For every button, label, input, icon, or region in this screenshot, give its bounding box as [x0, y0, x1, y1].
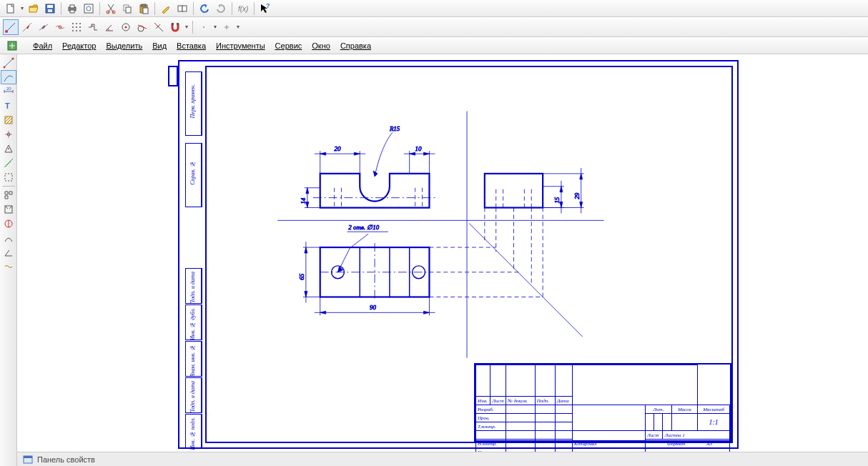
tb-data: Дата [556, 397, 573, 405]
menu-bar: Файл Редактор Выделить Вид Вставка Инстр… [0, 37, 868, 54]
margin-sprav: Справ. № [189, 161, 196, 185]
menu-help[interactable]: Справка [340, 41, 371, 50]
menu-view[interactable]: Вид [152, 41, 167, 50]
margin-podp-data2: Подп. и дата [189, 381, 196, 414]
svg-rect-3 [48, 9, 52, 12]
menu-tools[interactable]: Инструменты [216, 41, 265, 50]
copy-props-icon[interactable] [174, 1, 190, 16]
dim-10: 10 [415, 145, 422, 152]
help-cursor-icon[interactable]: ? [257, 1, 273, 16]
geom-line-icon[interactable] [1, 56, 16, 70]
panel-icon[interactable] [21, 454, 34, 465]
snap-tangent-icon[interactable] [134, 19, 150, 35]
snap-cfg1-dropdown-icon[interactable]: ▾ [212, 24, 218, 30]
snap-perp-icon[interactable] [151, 19, 167, 35]
app-icon[interactable] [4, 38, 20, 54]
svg-rect-14 [142, 4, 146, 6]
svg-point-26 [72, 26, 74, 28]
svg-point-29 [72, 30, 74, 31]
snap-cfg1-icon[interactable] [196, 19, 212, 35]
snap-mid-icon[interactable] [36, 19, 51, 35]
svg-rect-17 [182, 6, 187, 11]
print-icon[interactable] [64, 1, 80, 16]
svg-point-30 [76, 30, 77, 31]
redo-icon[interactable] [213, 1, 229, 16]
snap-dropdown-icon[interactable]: ▾ [184, 24, 189, 30]
drawing-canvas[interactable]: Перв. примен. Справ. № Подп. и дата Инв.… [17, 54, 868, 452]
hatch-icon[interactable] [1, 113, 16, 127]
svg-point-37 [203, 26, 204, 28]
menu-window[interactable]: Окно [312, 41, 330, 50]
snap-endpoint-icon[interactable] [3, 19, 19, 35]
svg-text:T: T [5, 101, 10, 110]
tb-prov: Пров. [476, 414, 506, 422]
margin-inv-podl: Инв. № подл. [189, 417, 196, 450]
select-icon[interactable] [1, 170, 16, 184]
snap-intersection-icon[interactable] [52, 19, 68, 35]
margin-podp-data: Подп. и дата [189, 272, 196, 304]
svg-line-51 [469, 223, 583, 337]
cut-icon[interactable] [103, 1, 119, 16]
menu-select[interactable]: Выделить [106, 41, 142, 50]
snap-grid-icon[interactable] [69, 19, 84, 35]
paste-icon[interactable] [136, 1, 152, 16]
view6-icon[interactable] [1, 259, 16, 274]
svg-rect-35 [172, 23, 174, 25]
undo-icon[interactable] [197, 1, 212, 16]
tb-format: Формат [667, 441, 685, 448]
properties-icon[interactable] [158, 1, 174, 16]
view4-icon[interactable] [1, 231, 16, 245]
save-icon[interactable] [42, 1, 58, 16]
fx-icon[interactable]: f(x) [235, 1, 251, 16]
snap-cfg2-icon[interactable] [219, 19, 235, 35]
tb-razrab: Разраб. [476, 405, 506, 414]
dim-90: 90 [370, 304, 376, 311]
preview-icon[interactable] [81, 1, 97, 16]
view2-icon[interactable] [1, 202, 16, 217]
copy-icon[interactable] [119, 1, 135, 16]
dim-holes: 2 отв. ∅10 [348, 224, 379, 231]
margin-vzam-inv: Взам. инв. № [189, 344, 196, 377]
view1-icon[interactable] [1, 188, 16, 202]
status-panel-label: Панель свойств [37, 455, 95, 464]
workspace: 20 T Перв. примен. Справ. № [0, 54, 868, 466]
param-icon[interactable] [1, 142, 16, 156]
svg-text:f(x): f(x) [238, 5, 248, 13]
edit-icon[interactable] [1, 127, 16, 142]
top-left-stub [168, 66, 178, 86]
view3-icon[interactable] [1, 217, 16, 231]
drawing-sheet: Перв. примен. Справ. № Подп. и дата Инв.… [178, 60, 739, 449]
dim-20: 20 [335, 145, 341, 152]
measure-icon[interactable] [1, 156, 16, 170]
svg-rect-7 [84, 4, 93, 13]
margin-perv-primen: Перв. примен. [189, 84, 196, 118]
menu-file[interactable]: Файл [33, 41, 52, 50]
new-icon[interactable] [3, 1, 19, 16]
snap-ortho-icon[interactable] [85, 19, 101, 35]
open-icon[interactable] [26, 1, 41, 16]
menu-service[interactable]: Сервис [275, 41, 302, 50]
dim-65: 65 [298, 273, 305, 279]
menu-insert[interactable]: Вставка [177, 41, 206, 50]
snap-nearest-icon[interactable] [19, 19, 35, 35]
tb-podp: Подп. [535, 397, 555, 405]
tb-list2: Лист [646, 431, 663, 440]
text-icon[interactable]: T [1, 99, 16, 113]
svg-point-40 [11, 58, 14, 60]
tb-masshtab: Масштаб [698, 405, 730, 414]
snap-cfg2-dropdown-icon[interactable]: ▾ [235, 24, 241, 30]
menu-editor[interactable]: Редактор [62, 41, 96, 50]
snap-magnet-icon[interactable] [167, 19, 183, 35]
dim-14: 14 [300, 197, 307, 204]
svg-rect-15 [143, 8, 148, 14]
svg-point-33 [125, 26, 127, 28]
view5-icon[interactable] [1, 245, 16, 259]
dim-icon[interactable]: 20 [1, 84, 16, 99]
svg-rect-2 [47, 5, 53, 8]
snap-angle-icon[interactable] [102, 19, 117, 35]
snap-center-icon[interactable] [118, 19, 134, 35]
geom-curve-icon[interactable] [1, 70, 16, 84]
svg-rect-66 [485, 174, 543, 208]
svg-rect-46 [5, 174, 12, 181]
new-dropdown-icon[interactable]: ▾ [19, 5, 25, 11]
